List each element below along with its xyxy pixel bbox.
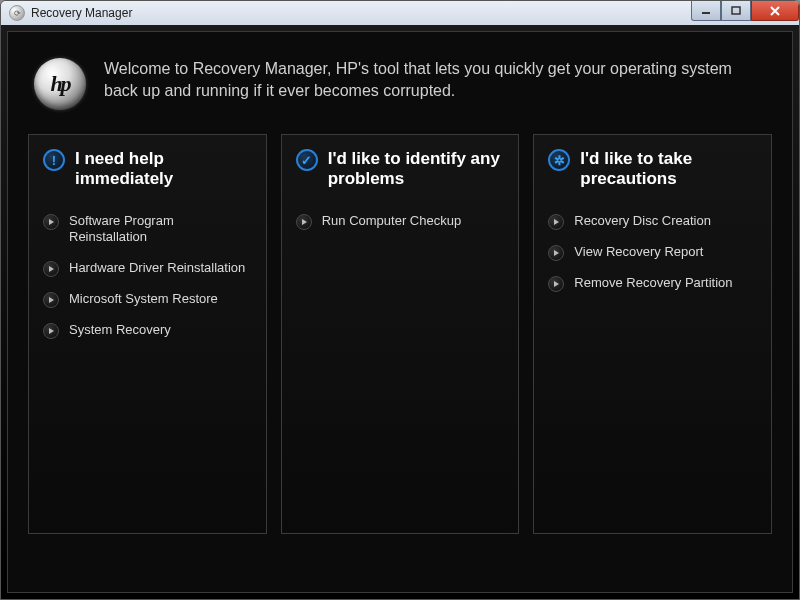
- panel-title: I need help immediately: [75, 149, 252, 190]
- item-remove-recovery-partition[interactable]: Remove Recovery Partition: [548, 273, 757, 294]
- window-frame: ⟳ Recovery Manager hp Welcome to Recover…: [0, 0, 800, 600]
- play-icon: [43, 261, 59, 277]
- minimize-button[interactable]: [691, 1, 721, 21]
- item-software-reinstall[interactable]: Software Program Reinstallation: [43, 211, 252, 248]
- item-label: Hardware Driver Reinstallation: [69, 260, 245, 276]
- item-hardware-driver-reinstall[interactable]: Hardware Driver Reinstallation: [43, 258, 252, 279]
- item-label: Microsoft System Restore: [69, 291, 218, 307]
- play-icon: [296, 214, 312, 230]
- item-label: View Recovery Report: [574, 244, 703, 260]
- play-icon: [43, 292, 59, 308]
- panel-help-immediately: ! I need help immediately Software Progr…: [28, 134, 267, 534]
- window-title: Recovery Manager: [31, 6, 132, 20]
- gear-icon: ✲: [548, 149, 570, 171]
- item-label: System Recovery: [69, 322, 171, 338]
- item-label: Software Program Reinstallation: [69, 213, 252, 246]
- svg-rect-0: [702, 12, 710, 14]
- play-icon: [548, 214, 564, 230]
- item-label: Remove Recovery Partition: [574, 275, 732, 291]
- panel-header: ✓ I'd like to identify any problems: [296, 149, 505, 193]
- panel-identify-problems: ✓ I'd like to identify any problems Run …: [281, 134, 520, 534]
- panel-title: I'd like to identify any problems: [328, 149, 505, 190]
- play-icon: [43, 323, 59, 339]
- item-label: Run Computer Checkup: [322, 213, 461, 229]
- panel-items: Run Computer Checkup: [296, 211, 505, 232]
- panel-take-precautions: ✲ I'd like to take precautions Recovery …: [533, 134, 772, 534]
- item-label: Recovery Disc Creation: [574, 213, 711, 229]
- item-run-checkup[interactable]: Run Computer Checkup: [296, 211, 505, 232]
- panel-header: ! I need help immediately: [43, 149, 252, 193]
- panel-items: Recovery Disc Creation View Recovery Rep…: [548, 211, 757, 294]
- item-view-recovery-report[interactable]: View Recovery Report: [548, 242, 757, 263]
- welcome-text: Welcome to Recovery Manager, HP's tool t…: [104, 58, 766, 101]
- hp-logo-icon: hp: [34, 58, 86, 110]
- svg-rect-1: [732, 7, 740, 14]
- maximize-button[interactable]: [721, 1, 751, 21]
- app-icon: ⟳: [9, 5, 25, 21]
- hp-logo-text: hp: [50, 71, 69, 97]
- panel-title: I'd like to take precautions: [580, 149, 757, 190]
- panel-items: Software Program Reinstallation Hardware…: [43, 211, 252, 341]
- play-icon: [548, 245, 564, 261]
- check-icon: ✓: [296, 149, 318, 171]
- play-icon: [43, 214, 59, 230]
- panel-header: ✲ I'd like to take precautions: [548, 149, 757, 193]
- alert-icon: !: [43, 149, 65, 171]
- play-icon: [548, 276, 564, 292]
- content-area: hp Welcome to Recovery Manager, HP's too…: [7, 31, 793, 593]
- panels-row: ! I need help immediately Software Progr…: [28, 134, 772, 534]
- item-recovery-disc-creation[interactable]: Recovery Disc Creation: [548, 211, 757, 232]
- close-button[interactable]: [751, 1, 799, 21]
- item-system-restore[interactable]: Microsoft System Restore: [43, 289, 252, 310]
- window-controls: [691, 1, 799, 21]
- header: hp Welcome to Recovery Manager, HP's too…: [28, 50, 772, 134]
- titlebar[interactable]: ⟳ Recovery Manager: [1, 1, 799, 25]
- item-system-recovery[interactable]: System Recovery: [43, 320, 252, 341]
